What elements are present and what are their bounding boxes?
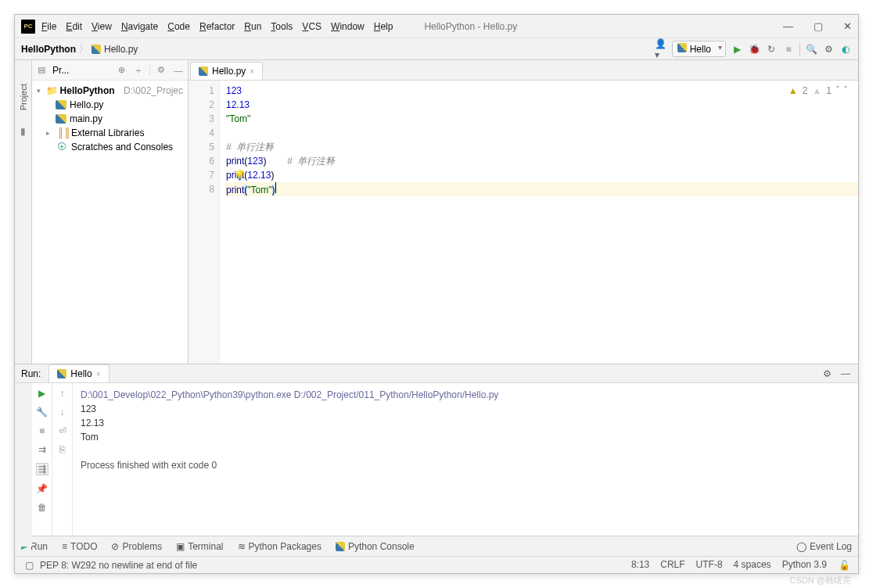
run-config-combo[interactable]: Hello bbox=[672, 41, 726, 57]
breadcrumb-file[interactable]: Hello.py bbox=[104, 44, 138, 55]
inspection-widget[interactable]: ▲2 ▲1 ˆ ˇ bbox=[789, 84, 847, 98]
status-encoding[interactable]: UTF-8 bbox=[696, 559, 723, 572]
bottom-eventlog[interactable]: ◯ Event Log bbox=[796, 541, 852, 552]
tree-file-main[interactable]: main.py bbox=[32, 112, 188, 126]
close-button[interactable]: ✕ bbox=[843, 20, 852, 32]
up-arrow-icon[interactable]: ↑ bbox=[60, 388, 65, 399]
project-tool-window: ▤ Pr... ⊕ ÷ ⚙ — ▾📁HelloPython D:\002_Pro… bbox=[32, 60, 189, 364]
watermark: CSDN @韩曙亮 bbox=[790, 575, 851, 586]
ide-logo-icon[interactable]: ◐ bbox=[839, 43, 852, 56]
sidetab-project[interactable]: Project bbox=[19, 84, 28, 110]
run-output[interactable]: D:\001_Develop\022_Python\Python39\pytho… bbox=[73, 383, 858, 543]
minimize-button[interactable]: — bbox=[783, 20, 793, 32]
hide-icon[interactable]: — bbox=[172, 64, 185, 77]
trash-icon[interactable]: 🗑 bbox=[38, 502, 47, 513]
run-panel-title: Run: bbox=[21, 368, 41, 379]
settings-icon[interactable]: ⚙ bbox=[822, 43, 835, 56]
tree-scratches[interactable]: ⦿Scratches and Consoles bbox=[32, 140, 188, 154]
editor-area: Hello.py× 12345678 123 12.13 "Tom" # 单行注… bbox=[189, 60, 858, 364]
lock-icon[interactable]: 🔓 bbox=[838, 559, 850, 572]
status-eol[interactable]: CRLF bbox=[660, 559, 684, 572]
run-button[interactable]: ▶ bbox=[731, 43, 743, 56]
tree-external-libraries[interactable]: ▸║║External Libraries bbox=[32, 126, 188, 140]
left-tool-strip: Project ▮ bbox=[15, 60, 32, 364]
debug-button[interactable]: 🐞 bbox=[748, 43, 760, 56]
bottom-terminal[interactable]: ▣ Terminal bbox=[176, 541, 223, 552]
status-bar: ▢ PEP 8: W292 no newline at end of file … bbox=[15, 556, 858, 573]
down-arrow-icon[interactable]: ↓ bbox=[60, 407, 65, 418]
bottom-todo[interactable]: ≡ TODO bbox=[62, 541, 97, 552]
run-gear-icon[interactable]: ⚙ bbox=[821, 368, 833, 380]
pin-icon[interactable]: 📌 bbox=[36, 483, 48, 494]
search-icon[interactable]: 🔍 bbox=[805, 43, 817, 56]
rerun-button[interactable]: ▶ bbox=[38, 388, 45, 399]
target-icon[interactable]: ⊕ bbox=[115, 64, 128, 77]
menu-file[interactable]: File bbox=[41, 21, 56, 32]
app-icon: PC bbox=[21, 20, 35, 34]
line-gutter: 12345678 bbox=[189, 81, 220, 364]
menu-help[interactable]: Help bbox=[374, 21, 393, 32]
print-icon[interactable]: ⎘ bbox=[59, 444, 65, 455]
titlebar: PC File Edit View Navigate Code Refactor… bbox=[15, 15, 858, 38]
run-tab-hello[interactable]: Hello× bbox=[48, 364, 109, 382]
menu-refactor[interactable]: Refactor bbox=[199, 21, 235, 32]
project-title: Pr... bbox=[52, 65, 69, 76]
close-tab-icon[interactable]: × bbox=[250, 67, 254, 76]
bottom-tool-bar: Run ≡ TODO ⊘ Problems ▣ Terminal ≋ Pytho… bbox=[15, 536, 858, 556]
tree-project-root[interactable]: ▾📁HelloPython D:\002_Projec bbox=[32, 84, 188, 98]
menu-window[interactable]: Window bbox=[331, 21, 365, 32]
main-menu: File Edit View Navigate Code Refactor Ru… bbox=[41, 21, 393, 32]
nav-bar: HelloPython 〉 Hello.py 👤▾ Hello ▶ 🐞 ↻ ■ … bbox=[15, 38, 858, 60]
menu-edit[interactable]: Edit bbox=[66, 21, 82, 32]
menu-vcs[interactable]: VCS bbox=[302, 21, 322, 32]
bottom-console[interactable]: Python Console bbox=[336, 541, 415, 552]
bottom-pkg[interactable]: ≋ Python Packages bbox=[238, 541, 322, 552]
stop-run-button[interactable]: ■ bbox=[39, 425, 45, 436]
tree-file-hello[interactable]: Hello.py bbox=[32, 98, 188, 112]
menu-navigate[interactable]: Navigate bbox=[121, 21, 158, 32]
output-settings-icon[interactable]: ⇉ bbox=[38, 444, 46, 455]
bookmark-icon[interactable]: ▮ bbox=[20, 126, 26, 137]
layout-icon[interactable]: ⇶ bbox=[36, 463, 48, 475]
run-tool-window: Run: Hello× ⚙— Structure ▶ 🔧 ■ ⇉ ⇶ 📌 🗑 ↑… bbox=[15, 364, 858, 536]
tools-icon[interactable]: 🔧 bbox=[36, 407, 48, 418]
gear-icon[interactable]: ⚙ bbox=[155, 64, 167, 77]
breadcrumb-sep: 〉 bbox=[76, 42, 92, 56]
python-file-icon bbox=[92, 45, 101, 54]
project-view-icon[interactable]: ▤ bbox=[35, 64, 48, 77]
menu-tools[interactable]: Tools bbox=[271, 21, 293, 32]
bottom-problems[interactable]: ⊘ Problems bbox=[111, 541, 162, 552]
maximize-button[interactable]: ▢ bbox=[814, 20, 823, 32]
coverage-button[interactable]: ↻ bbox=[765, 43, 778, 56]
stop-button[interactable]: ■ bbox=[782, 43, 795, 56]
status-caret[interactable]: 8:13 bbox=[631, 559, 649, 572]
editor-tab-hello[interactable]: Hello.py× bbox=[190, 62, 263, 80]
add-user-icon[interactable]: 👤▾ bbox=[655, 43, 667, 56]
code-area[interactable]: 123 12.13 "Tom" # 单行注释 print(123) # 单行注释… bbox=[220, 81, 858, 364]
wrap-icon[interactable]: ⏎ bbox=[59, 425, 66, 436]
breadcrumb-project[interactable]: HelloPython bbox=[21, 44, 76, 55]
expand-icon[interactable]: ÷ bbox=[132, 64, 145, 77]
status-python[interactable]: Python 3.9 bbox=[782, 559, 827, 572]
status-window-icon[interactable]: ▢ bbox=[23, 559, 35, 572]
window-title: HelloPython - Hello.py bbox=[393, 21, 783, 32]
menu-view[interactable]: View bbox=[92, 21, 112, 32]
menu-code[interactable]: Code bbox=[167, 21, 190, 32]
ide-window: PC File Edit View Navigate Code Refactor… bbox=[14, 14, 859, 574]
run-hide-icon[interactable]: — bbox=[839, 368, 852, 380]
menu-run[interactable]: Run bbox=[244, 21, 261, 32]
status-indent[interactable]: 4 spaces bbox=[734, 559, 771, 572]
status-message: PEP 8: W292 no newline at end of file bbox=[40, 560, 197, 571]
intention-bulb-icon[interactable]: 💡 bbox=[234, 168, 246, 182]
